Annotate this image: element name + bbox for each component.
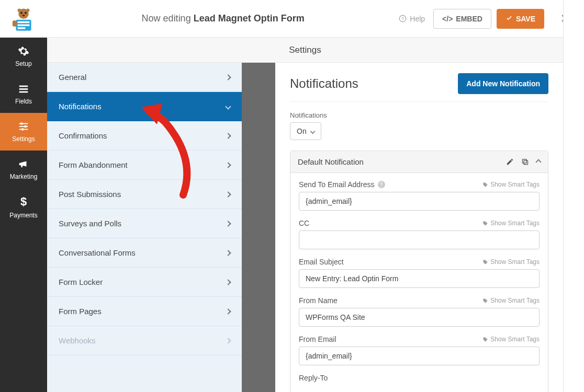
fromemail-label: From Email [299,335,336,343]
menu-label: Surveys and Polls [59,219,121,228]
toggle-value: On [297,127,307,135]
svg-rect-9 [18,27,26,29]
tag-icon [482,259,488,265]
label-text: Send To Email Address [299,180,375,189]
editing-title: Now editing Lead Magnet Optin Form [47,13,399,24]
add-notification-button[interactable]: Add New Notification [458,73,548,94]
settings-header: Settings [47,38,563,63]
rail-marketing[interactable]: Marketing [0,151,47,188]
tag-icon [482,221,488,226]
rail-payments[interactable]: $ Payments [0,188,47,226]
smart-tags-link[interactable]: Show Smart Tags [482,258,540,266]
fromname-label: From Name [299,296,338,305]
card-title: Default Notification [298,157,364,166]
menu-form-locker[interactable]: Form Locker [47,268,242,297]
rail-payments-label: Payments [9,212,37,219]
menu-label: Conversational Forms [59,248,136,257]
save-label: SAVE [516,15,535,23]
panel-header: Notifications Add New Notification [290,73,548,102]
menu-label: Notifications [59,102,102,111]
rail-setup[interactable]: Setup [0,38,47,75]
smart-tags-link[interactable]: Show Smart Tags [482,220,540,227]
field-cc: CC Show Smart Tags [299,219,540,249]
svg-point-5 [26,8,30,12]
replyto-label: Reply-To [299,374,328,382]
rail-settings[interactable]: Settings [0,113,47,151]
menu-conv-forms[interactable]: Conversational Forms [47,238,242,268]
smart-tags-link[interactable]: Show Smart Tags [482,181,540,188]
editing-prefix: Now editing [142,13,191,24]
menu-label: Confirmations [59,131,107,140]
fromname-input[interactable] [299,308,540,327]
menu-confirmations[interactable]: Confirmations [47,121,242,151]
chevron-right-icon [225,74,231,80]
save-button[interactable]: SAVE [497,9,544,29]
rail-settings-label: Settings [12,135,35,143]
help-icon[interactable]: ? [378,181,385,188]
notifications-toggle[interactable]: On [290,122,321,140]
tag-icon [482,337,488,342]
embed-label: EMBED [456,15,482,23]
notifications-panel: Notifications Add New Notification Notif… [275,63,563,392]
pencil-icon[interactable] [506,158,514,166]
cc-input[interactable] [299,230,540,249]
menu-label: Form Abandonment [59,160,128,169]
field-subject: Email Subject Show Smart Tags [299,258,540,288]
chevron-right-icon [225,191,231,197]
svg-rect-7 [18,21,30,22]
card-tools [506,158,541,166]
menu-form-abandon[interactable]: Form Abandonment [47,151,242,180]
sendto-label: Send To Email Address? [299,180,385,189]
svg-point-19 [20,122,23,125]
menu-form-pages[interactable]: Form Pages [47,297,242,326]
menu-label: Webhooks [59,336,96,345]
chevron-up-icon[interactable] [535,159,541,165]
chevron-right-icon [225,279,231,285]
top-bar: Now editing Lead Magnet Optin Form ? Hel… [0,0,584,38]
smart-tags-label: Show Smart Tags [490,220,540,227]
help-link[interactable]: ? Help [399,15,425,23]
menu-notifications[interactable]: Notifications [47,92,242,121]
menu-webhooks[interactable]: Webhooks [47,326,242,355]
menu-post-subs[interactable]: Post Submissions [47,180,242,209]
copy-icon[interactable] [521,158,529,166]
list-icon [18,83,29,95]
tag-icon [482,298,488,304]
bullhorn-icon [18,158,29,170]
rail-marketing-label: Marketing [10,173,38,180]
svg-rect-22 [524,160,528,165]
right-edge-strip [563,0,584,392]
chevron-right-icon [225,221,231,226]
settings-title: Settings [289,45,321,55]
chevron-right-icon [225,250,231,256]
svg-rect-23 [523,159,527,164]
rail-setup-label: Setup [15,60,31,67]
menu-surveys[interactable]: Surveys and Polls [47,209,242,238]
sliders-icon [18,121,29,132]
left-rail: Setup Fields Settings Marketing $ Paymen… [0,38,47,392]
smart-tags-link[interactable]: Show Smart Tags [482,297,540,304]
svg-rect-10 [13,20,17,26]
rail-fields-label: Fields [15,98,32,105]
subject-input[interactable] [299,269,540,288]
check-icon [506,15,513,22]
rail-fields[interactable]: Fields [0,75,47,113]
code-icon: </> [442,15,453,23]
fromemail-input[interactable] [299,347,540,365]
svg-rect-15 [19,91,28,93]
menu-general[interactable]: General [47,63,242,92]
smart-tags-label: Show Smart Tags [490,258,540,266]
sendto-input[interactable] [299,192,540,211]
svg-point-3 [23,14,25,16]
wpforms-logo [0,0,47,38]
field-fromname: From Name Show Smart Tags [299,296,540,327]
smart-tags-label: Show Smart Tags [490,336,540,343]
embed-button[interactable]: </> EMBED [433,9,491,29]
svg-rect-14 [19,88,28,90]
default-notification-card: Default Notification Send To Email Addre… [290,151,548,392]
smart-tags-link[interactable]: Show Smart Tags [482,336,540,343]
svg-point-2 [25,11,27,14]
settings-menu: General Notifications Confirmations Form… [47,63,242,392]
chevron-right-icon [225,162,231,168]
cc-label: CC [299,219,309,227]
